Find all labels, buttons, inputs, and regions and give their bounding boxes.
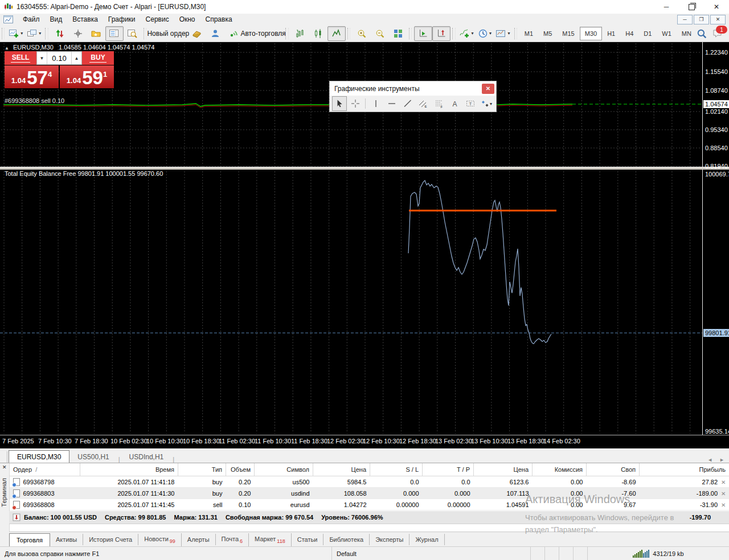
col-commission[interactable]: Комиссия xyxy=(533,463,587,476)
col-sl[interactable]: S / L xyxy=(370,463,423,476)
menu-insert[interactable]: Вставка xyxy=(67,14,103,24)
toolbar-grip[interactable] xyxy=(409,28,412,39)
volume-down-button[interactable]: ▼ xyxy=(37,52,47,64)
tab-assets[interactable]: Активы xyxy=(50,534,83,545)
menu-charts[interactable]: Графики xyxy=(103,14,141,24)
order-row[interactable]: 699368808 2025.01.07 11:41:45 sell 0.10 … xyxy=(10,499,729,510)
time-axis[interactable]: 7 Feb 2025 7 Feb 10:30 7 Feb 18:30 10 Fe… xyxy=(0,435,729,448)
text-tool-button[interactable]: A xyxy=(448,96,462,111)
pane-divider[interactable] xyxy=(0,167,729,170)
timeframe-m1[interactable]: M1 xyxy=(519,27,538,40)
tab-account-history[interactable]: История Счета xyxy=(83,534,138,545)
col-swap[interactable]: Своп xyxy=(587,463,640,476)
col-price-open[interactable]: Цена xyxy=(313,463,370,476)
tab-articles[interactable]: Статьи xyxy=(292,534,324,545)
tab-trade[interactable]: Торговля xyxy=(9,533,50,546)
col-time[interactable]: Время xyxy=(80,463,178,476)
auto-scroll-button[interactable] xyxy=(414,26,432,41)
col-symbol[interactable]: Символ xyxy=(255,463,313,476)
toolbar-grip[interactable] xyxy=(2,28,5,39)
text-label-tool-button[interactable]: T xyxy=(464,96,478,111)
status-profile[interactable]: Default xyxy=(332,547,531,560)
market-watch-button[interactable] xyxy=(105,26,124,41)
child-minimize-button[interactable]: ─ xyxy=(677,15,693,24)
close-position-icon[interactable]: ✕ xyxy=(721,479,726,485)
order-row[interactable]: 699368803 2025.01.07 11:41:30 buy 0.20 u… xyxy=(10,488,729,499)
data-window-button[interactable] xyxy=(124,26,142,41)
horizontal-line-tool-button[interactable] xyxy=(384,96,399,111)
periods-button[interactable]: ▾ xyxy=(476,26,494,41)
equidistant-channel-tool-button[interactable]: E xyxy=(416,96,431,111)
terminal-close-icon[interactable]: ✕ xyxy=(2,464,7,470)
menu-view[interactable]: Вид xyxy=(45,14,68,24)
col-price-current[interactable]: Цена xyxy=(474,463,533,476)
tab-scroll-right-icon[interactable]: ► xyxy=(719,457,724,463)
status-connection[interactable]: 4312/19 kb xyxy=(588,547,729,560)
col-profit[interactable]: Прибыль xyxy=(640,463,729,476)
child-close-button[interactable]: ✕ xyxy=(710,15,726,24)
chart-tab-eurusd[interactable]: EURUSD,M30 xyxy=(9,450,69,463)
timeframe-m30[interactable]: M30 xyxy=(580,27,602,40)
tab-market[interactable]: Маркет118 xyxy=(249,533,292,546)
line-chart-button[interactable] xyxy=(327,26,346,41)
chart-tab-usdind[interactable]: USDInd,H1 xyxy=(121,451,172,463)
menu-help[interactable]: Справка xyxy=(200,14,237,24)
sell-button[interactable]: SELL xyxy=(5,51,36,65)
community-button[interactable] xyxy=(206,26,224,41)
tab-news[interactable]: Новости99 xyxy=(138,533,182,546)
volume-input[interactable]: 0.10 xyxy=(47,52,71,64)
profiles-button[interactable]: ▾ xyxy=(25,26,43,41)
close-icon[interactable]: ✕ xyxy=(482,84,494,94)
chart-shift-button[interactable] xyxy=(432,26,450,41)
tab-library[interactable]: Библиотека xyxy=(323,534,370,545)
vertical-line-tool-button[interactable] xyxy=(368,96,383,111)
trendline-tool-button[interactable] xyxy=(400,96,415,111)
col-tp[interactable]: T / P xyxy=(423,463,474,476)
timeframe-m15[interactable]: M15 xyxy=(557,27,579,40)
toolbar-grip[interactable] xyxy=(452,28,455,39)
menu-window[interactable]: Окно xyxy=(174,14,200,24)
timeframe-h1[interactable]: H1 xyxy=(602,27,620,40)
tile-windows-button[interactable] xyxy=(389,26,407,41)
new-order-button[interactable]: Новый ордер xyxy=(149,26,188,41)
col-type[interactable]: Тип xyxy=(178,463,226,476)
toolbar-grip[interactable] xyxy=(144,28,146,39)
timeframe-w1[interactable]: W1 xyxy=(657,27,677,40)
crosshair-tool-button[interactable] xyxy=(348,96,363,111)
notifications-button[interactable]: 1 xyxy=(712,28,723,38)
indicators-button[interactable]: ▾ xyxy=(458,26,476,41)
child-restore-button[interactable]: ❐ xyxy=(694,15,709,24)
sell-price-tile[interactable]: 1.04 57 4 xyxy=(5,65,59,88)
toolbar-grip[interactable] xyxy=(285,28,288,39)
cursor-tool-button[interactable] xyxy=(332,96,347,111)
volume-up-button[interactable]: ▲ xyxy=(71,52,81,64)
close-position-icon[interactable]: ✕ xyxy=(721,491,726,497)
buy-price-tile[interactable]: 1.04 59 1 xyxy=(60,65,114,88)
restore-button[interactable] xyxy=(679,0,704,14)
new-chart-button[interactable]: ▾ xyxy=(7,26,25,41)
toolbar-grip[interactable] xyxy=(45,28,48,39)
menu-file[interactable]: Файл xyxy=(18,14,45,24)
buy-button[interactable]: BUY xyxy=(82,51,114,65)
crosshair-button[interactable] xyxy=(69,26,87,41)
chart-area[interactable]: ▲ EURUSD,M30 1.04585 1.04604 1.04574 1.0… xyxy=(0,42,729,448)
chart-tab-us500[interactable]: US500,H1 xyxy=(69,451,117,463)
auto-trading-button[interactable]: Авто-торговля xyxy=(243,26,284,41)
close-button[interactable]: ✕ xyxy=(704,0,729,14)
bar-chart-button[interactable] xyxy=(291,26,309,41)
toolbar-grip[interactable] xyxy=(514,28,517,39)
collapse-icon[interactable]: ▲ xyxy=(5,46,9,51)
tab-alerts[interactable]: Алерты xyxy=(182,534,216,545)
order-row[interactable]: 699368798 2025.01.07 11:41:18 buy 0.20 u… xyxy=(10,476,729,488)
menu-service[interactable]: Сервис xyxy=(141,14,174,24)
symbols-button[interactable] xyxy=(51,26,69,41)
tab-experts[interactable]: Эксперты xyxy=(370,534,409,545)
col-order[interactable]: Ордер / xyxy=(10,463,80,476)
timeframe-h4[interactable]: H4 xyxy=(620,27,638,40)
graphic-tools-toolbar[interactable]: Графические инструменты ✕ xyxy=(329,81,497,112)
timeframe-d1[interactable]: D1 xyxy=(638,27,657,40)
zoom-out-button[interactable] xyxy=(371,26,389,41)
search-icon[interactable] xyxy=(697,28,707,39)
zoom-in-button[interactable] xyxy=(353,26,371,41)
history-center-button[interactable] xyxy=(188,26,206,41)
